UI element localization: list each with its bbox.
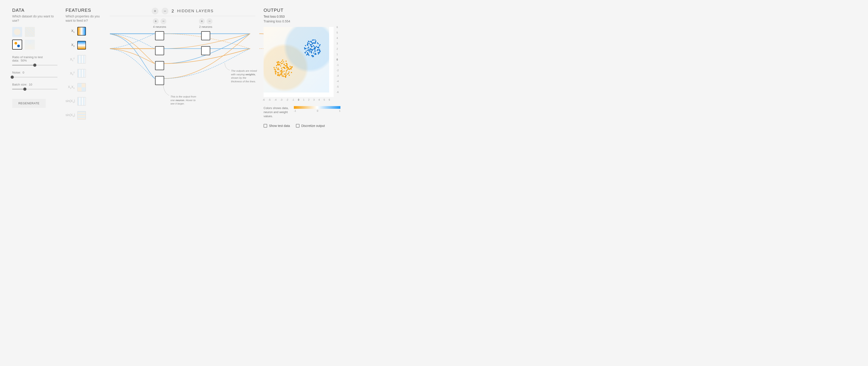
batch-slider[interactable]	[12, 88, 57, 91]
batch-value: 10	[29, 83, 32, 86]
axis-tick: -5	[269, 98, 271, 101]
data-point	[312, 44, 313, 45]
layer-neuron-count: 4 neurons	[153, 25, 166, 28]
data-point	[308, 55, 309, 56]
feature-X1[interactable]: X12	[66, 55, 102, 63]
data-point	[280, 62, 281, 63]
output-panel: OUTPUT Test loss 0.553 Training loss 0.5…	[264, 8, 340, 128]
data-point	[278, 72, 279, 73]
axis-tick: -3	[337, 75, 339, 77]
feature-sin(X1[interactable]: sin(X1)	[66, 97, 102, 106]
feature-X2[interactable]: X22	[66, 69, 102, 78]
neuron[interactable]	[155, 46, 164, 55]
remove-neuron-button[interactable]: −	[207, 18, 213, 24]
data-point	[309, 49, 311, 50]
remove-neuron-button[interactable]: −	[160, 18, 166, 24]
feature-X1[interactable]: X1X2	[66, 83, 102, 92]
data-point	[319, 52, 320, 53]
network-panel: + − 2 HIDDEN LAYERS	[110, 8, 255, 128]
neuron[interactable]	[155, 31, 164, 40]
regenerate-button[interactable]: REGENERATE	[12, 99, 46, 108]
axis-tick: 3	[313, 98, 315, 101]
axis-tick: 1	[337, 53, 339, 56]
data-point	[281, 63, 282, 64]
data-point	[286, 70, 287, 71]
data-point	[282, 59, 283, 61]
axis-tick: 4	[318, 98, 320, 101]
ratio-param: Ratio of training to test data: 50%	[12, 55, 57, 67]
data-point	[276, 65, 277, 66]
noise-slider[interactable]	[12, 76, 57, 79]
dataset-gaussian[interactable]	[12, 39, 22, 50]
data-point	[319, 45, 320, 46]
dataset-circle[interactable]	[12, 27, 22, 37]
neuron[interactable]	[155, 61, 164, 70]
axis-tick: 4	[337, 37, 339, 39]
feature-thumbnail	[77, 111, 86, 120]
noise-value: 0	[23, 71, 24, 74]
data-point	[281, 61, 282, 62]
neuron[interactable]	[201, 46, 210, 55]
axis-tick: 3	[337, 42, 339, 45]
data-point	[289, 69, 290, 70]
data-point	[311, 42, 312, 43]
axis-tick: -4	[274, 98, 276, 101]
axis-tick: 5	[324, 98, 325, 101]
output-heatmap[interactable]: 6543210-1-2-3-4-5-6 -6-5-4-3-2-10123456	[264, 27, 334, 97]
discretize-output-checkbox[interactable]: Discretize output	[296, 124, 325, 128]
axis-tick: -2	[337, 69, 339, 72]
feature-label: X12	[66, 57, 74, 61]
data-point	[307, 44, 308, 46]
feature-X2[interactable]: X2	[66, 41, 102, 50]
data-point	[275, 69, 276, 71]
data-point	[313, 56, 314, 57]
neuron[interactable]	[155, 76, 164, 85]
feature-label: X2	[66, 43, 74, 47]
feature-X1[interactable]: X1	[66, 27, 102, 35]
data-point	[280, 65, 281, 66]
feature-thumbnail	[77, 41, 86, 50]
data-point	[283, 67, 284, 68]
data-point	[285, 61, 287, 62]
data-point	[316, 46, 317, 47]
axis-tick: -4	[337, 80, 339, 83]
feature-label: X1X2	[66, 85, 74, 89]
checkbox-icon	[264, 124, 267, 128]
features-subtitle: Which properties do you want to feed in?	[66, 14, 102, 23]
axis-tick: 0	[337, 58, 339, 61]
dataset-xor[interactable]	[25, 27, 35, 37]
axis-tick: 2	[337, 48, 339, 50]
axis-tick: 6	[337, 26, 339, 28]
add-layer-button[interactable]: +	[152, 8, 158, 15]
axis-tick: -5	[337, 85, 339, 88]
data-point	[305, 48, 306, 49]
remove-layer-button[interactable]: −	[162, 8, 168, 15]
data-point	[288, 67, 289, 68]
data-point	[311, 55, 312, 56]
feature-label: sin(X2)	[66, 113, 74, 117]
data-point	[281, 73, 282, 74]
ratio-slider[interactable]	[12, 63, 57, 67]
callout-weights: The outputs are mixed with varying weigh…	[231, 69, 257, 83]
feature-sin(X2[interactable]: sin(X2)	[66, 111, 102, 120]
data-point	[314, 49, 315, 50]
dataset-picker	[12, 27, 57, 50]
data-point	[280, 71, 281, 72]
add-neuron-button[interactable]: +	[153, 18, 159, 24]
noise-param: Noise: 0	[12, 71, 57, 79]
feature-thumbnail	[77, 27, 86, 35]
add-neuron-button[interactable]: +	[199, 18, 205, 24]
axis-tick: 5	[337, 31, 339, 34]
data-point	[314, 48, 315, 49]
test-loss-label: Test loss	[264, 15, 277, 18]
data-panel: DATA Which dataset do you want to use? R…	[12, 8, 57, 128]
show-test-data-checkbox[interactable]: Show test data	[264, 124, 290, 128]
neuron[interactable]	[201, 31, 210, 40]
dataset-spiral[interactable]	[25, 39, 35, 50]
data-point	[284, 68, 285, 69]
data-point	[317, 42, 318, 44]
batch-label: Batch size:	[12, 83, 27, 86]
legend-colorbar: -1 0 1	[294, 106, 340, 112]
data-point	[276, 67, 277, 68]
axis-tick: 1	[303, 98, 305, 101]
